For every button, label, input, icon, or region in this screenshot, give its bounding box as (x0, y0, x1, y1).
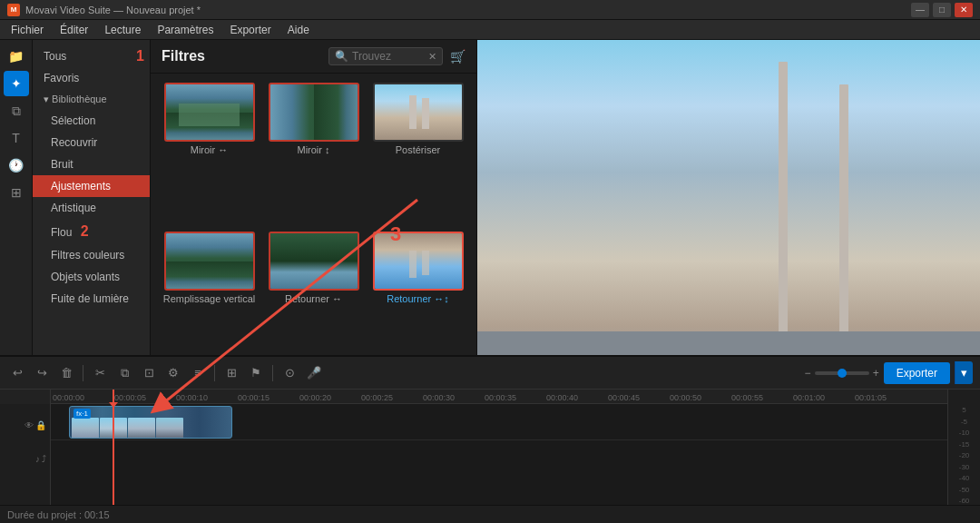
menu-exporter[interactable]: Exporter (222, 22, 278, 38)
titlebar: M Movavi Video Suite — Nouveau projet * … (0, 0, 980, 20)
tracks-area: 00:00:00 00:00:05 00:00:10 00:00:15 00:0… (51, 390, 947, 505)
zoom-slider-thumb[interactable] (838, 369, 847, 378)
list-btn[interactable]: ≡ (188, 363, 208, 383)
music-icon[interactable]: ♪ (35, 454, 40, 464)
filters-search[interactable]: 🔍 ✕ (328, 47, 443, 65)
undo-button[interactable]: ↩ (7, 363, 27, 383)
sidebar-icon-text[interactable]: T (4, 125, 29, 151)
ruler-mark-50: 00:00:50 (668, 393, 730, 402)
filter-remplissage[interactable]: Remplissage vertical (160, 232, 259, 375)
menu-parametres[interactable]: Paramètres (150, 22, 220, 38)
video-clip[interactable]: fx·1 (69, 406, 232, 439)
filter-label-posteriser: Postériser (396, 144, 441, 155)
clip-thumb-4 (156, 418, 183, 439)
filter-retourner-h[interactable]: Retourner ↔ (264, 232, 363, 375)
nav-favoris[interactable]: Favoris (33, 67, 150, 89)
settings-btn[interactable]: ⚙ (163, 363, 183, 383)
sidebar-icon-clock[interactable]: 🕐 (4, 153, 29, 178)
fx-badge: fx·1 (74, 409, 91, 419)
cut-button[interactable]: ✂ (90, 363, 110, 383)
lock-icon[interactable]: 🔒 (35, 420, 46, 430)
toolbar-sep1 (83, 365, 83, 381)
ruler-mark-20: 00:00:20 (298, 393, 359, 402)
redo-button[interactable]: ↪ (32, 363, 52, 383)
nav-recouvrir[interactable]: Recouvrir (33, 132, 150, 153)
nav-artistique[interactable]: Artistique (33, 197, 150, 219)
sidebar-icon-filters[interactable]: ✦ (4, 71, 29, 96)
vol-n15: -15 (959, 440, 970, 449)
export-button[interactable]: Exporter (884, 362, 950, 384)
sidebar-icon-file[interactable]: 📁 (4, 44, 29, 69)
sidebar-icon-transitions[interactable]: ⧉ (4, 98, 29, 123)
menu-aide[interactable]: Aide (280, 22, 317, 38)
nav-selection[interactable]: Sélection (33, 110, 150, 132)
filter-label-retourner-h: Retourner ↔ (285, 293, 342, 304)
nav-tous[interactable]: Tous 1 (33, 45, 150, 67)
zoom-slider[interactable] (815, 371, 869, 375)
nav-objets-volants[interactable]: Objets volants (33, 266, 150, 288)
close-button[interactable]: ✕ (955, 3, 973, 17)
app-logo: M (7, 4, 20, 16)
nav-fuite-lumiere[interactable]: Fuite de lumière (33, 288, 150, 310)
filter-thumb-remplissage (164, 232, 255, 291)
menu-fichier[interactable]: Fichier (4, 22, 51, 38)
maximize-button[interactable]: □ (933, 3, 951, 17)
vol-n20: -20 (959, 451, 970, 459)
track-controls: 👁 🔒 ♪ ⤴ (0, 390, 51, 505)
webcam-btn[interactable]: ⊙ (279, 363, 299, 383)
cart-icon[interactable]: 🛒 (450, 49, 466, 64)
menu-lecture[interactable]: Lecture (97, 22, 148, 38)
filter-thumb-miroir-v (269, 83, 359, 142)
video-track: fx·1 (51, 404, 947, 440)
ruler-mark-60: 00:01:00 (791, 393, 853, 402)
minimize-button[interactable]: — (911, 3, 929, 17)
ruler-mark-55: 00:00:55 (730, 393, 791, 402)
ruler-mark-10: 00:00:10 (174, 393, 236, 402)
toolbar-sep3 (272, 365, 273, 381)
clip-thumb-3 (128, 418, 155, 439)
menu-editer[interactable]: Éditer (53, 22, 95, 38)
filters-header: Filtres 🔍 ✕ 🛒 (151, 40, 476, 74)
nav-ajustements[interactable]: Ajustements (33, 175, 150, 197)
mic-btn[interactable]: 🎤 (304, 363, 324, 383)
sidebar-icon-grid[interactable]: ⊞ (4, 180, 29, 205)
timeline-body: 👁 🔒 ♪ ⤴ 00:00:00 00:00:05 00:00:10 00:00… (0, 390, 980, 505)
ruler-mark-0: 00:00:00 (51, 393, 113, 402)
filter-thumb-retourner-h (269, 232, 359, 291)
export-dropdown-button[interactable]: ▾ (955, 361, 973, 384)
filter-miroir-v[interactable]: Miroir ↕ (264, 83, 363, 226)
ruler-mark-5: 00:00:05 (113, 393, 174, 402)
nav-filtres-couleurs[interactable]: Filtres couleurs (33, 244, 150, 266)
clear-search-icon[interactable]: ✕ (428, 51, 436, 63)
nav-flou[interactable]: Flou 2 (33, 219, 150, 244)
timeline-area: ↩ ↪ 🗑 ✂ ⧉ ⊡ ⚙ ≡ ⊞ ⚑ ⊙ 🎤 − + Exporter ▾ (0, 355, 980, 523)
eye-icon[interactable]: 👁 (24, 420, 34, 430)
copy-button[interactable]: ⧉ (114, 363, 134, 383)
nav-bibliotheque[interactable]: ▾ Bibliothèque (33, 89, 150, 110)
filter-posteriser[interactable]: Postériser (368, 83, 467, 226)
window-controls[interactable]: — □ ✕ (911, 3, 973, 17)
annotation-1: 1 (136, 48, 144, 64)
search-icon: 🔍 (335, 50, 348, 63)
flag-btn[interactable]: ⚑ (246, 363, 266, 383)
zoom-plus-icon[interactable]: + (873, 367, 879, 380)
vol-5: 5 (962, 406, 965, 414)
vol-n50: -50 (959, 486, 970, 494)
ruler-mark-25: 00:00:25 (359, 393, 421, 402)
nav-bruit[interactable]: Bruit (33, 153, 150, 175)
track-labels: 👁 🔒 ♪ ⤴ (0, 404, 50, 505)
filter-retourner-selected[interactable]: Retourner ↔↕ (368, 232, 467, 375)
detach-btn[interactable]: ⊞ (221, 363, 241, 383)
ruler-mark-65: 00:01:05 (853, 393, 915, 402)
trim-button[interactable]: ⊡ (139, 363, 159, 383)
delete-button[interactable]: 🗑 (56, 363, 76, 383)
filter-thumb-miroir-h (164, 83, 255, 142)
zoom-minus-icon[interactable]: − (805, 367, 811, 380)
vol-n30: -30 (959, 463, 970, 471)
status-bar: Durée du projet : 00:15 (0, 505, 980, 523)
playhead (113, 390, 114, 505)
video-track-label: 👁 🔒 (0, 408, 50, 442)
filter-miroir-h[interactable]: Miroir ↔ (160, 83, 259, 226)
audio-lock-icon[interactable]: ⤴ (42, 454, 46, 464)
search-input[interactable] (352, 50, 425, 63)
